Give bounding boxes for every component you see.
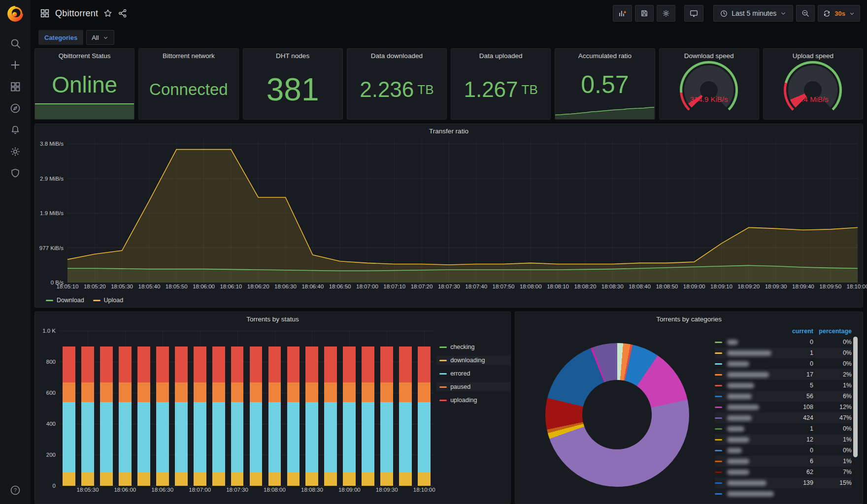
- legend-item-uploading[interactable]: uploading: [436, 396, 510, 405]
- category-label-redacted: [727, 480, 767, 486]
- star-favorite-icon[interactable]: [103, 8, 113, 18]
- bar-segment-paused: [287, 382, 300, 402]
- category-percentage-value: 7%: [813, 469, 852, 475]
- bar-segment-paused: [343, 382, 356, 402]
- bar-segment-uploading: [362, 346, 374, 382]
- legend-color-dash: [715, 385, 722, 386]
- time-range-picker[interactable]: Last 5 minutes: [713, 5, 793, 22]
- category-row[interactable]: 10%: [715, 423, 852, 434]
- panel-title[interactable]: Data uploaded: [451, 49, 550, 60]
- legend-item-paused[interactable]: paused: [436, 382, 510, 391]
- panel-title[interactable]: Qbittorrent Status: [35, 49, 134, 60]
- category-row[interactable]: 61%: [715, 456, 852, 467]
- category-label-redacted: [727, 372, 769, 378]
- panel-title[interactable]: Download speed: [660, 49, 759, 60]
- category-row[interactable]: 51%: [715, 380, 852, 391]
- categories-variable-label[interactable]: Categories: [38, 30, 83, 45]
- panel-title[interactable]: Upload speed: [764, 49, 863, 60]
- categories-variable-value[interactable]: All: [86, 30, 114, 45]
- status-legend: checkingdownloadingerroredpauseduploadin…: [436, 323, 510, 504]
- category-current-value: 1: [779, 349, 813, 356]
- time-range-label: Last 5 minutes: [732, 9, 776, 17]
- category-label-redacted: [727, 350, 771, 356]
- bar-segment-downloading: [343, 472, 356, 486]
- column-current[interactable]: current: [779, 328, 813, 335]
- grafana-logo-icon[interactable]: [5, 4, 25, 24]
- transfer-ratio-chart: 3.8 MiB/s2.9 MiB/s1.9 MiB/s977 KiB/s0 B/…: [67, 139, 858, 283]
- legend-item-downloading[interactable]: downloading: [436, 356, 510, 365]
- bar-segment-paused: [63, 382, 75, 402]
- bar-segment-downloading: [175, 472, 188, 486]
- category-row[interactable]: 172%: [715, 369, 852, 380]
- server-admin-shield-icon[interactable]: [9, 167, 21, 179]
- panel-title[interactable]: Transfer ratio: [35, 124, 863, 135]
- zoom-out-time-button[interactable]: [796, 5, 815, 22]
- configuration-gear-icon[interactable]: [9, 146, 21, 158]
- category-percentage-value: 1%: [813, 458, 852, 465]
- panel-title[interactable]: Torrents by categories: [515, 312, 863, 323]
- refresh-interval-label[interactable]: 30s: [834, 10, 845, 17]
- x-tick-label: 18:09:40: [792, 284, 814, 289]
- bar-segment-errored: [100, 402, 113, 472]
- add-panel-button[interactable]: [613, 5, 632, 22]
- share-icon[interactable]: [118, 8, 128, 18]
- bar-segment-paused: [156, 382, 169, 402]
- category-row[interactable]: 13915%: [715, 477, 852, 488]
- category-row[interactable]: 627%: [715, 467, 852, 477]
- legend-item-errored[interactable]: errored: [436, 369, 510, 378]
- bar-segment-downloading: [100, 472, 113, 486]
- legend-item-download[interactable]: Download: [46, 297, 84, 304]
- bar-segment-paused: [81, 382, 94, 402]
- bar-slot: [134, 331, 153, 486]
- bar-segment-uploading: [268, 346, 281, 382]
- category-label-redacted: [727, 361, 749, 367]
- search-icon[interactable]: [9, 37, 21, 49]
- category-row[interactable]: 121%: [715, 434, 852, 445]
- explore-compass-icon[interactable]: [9, 102, 21, 114]
- legend-color-dash: [439, 373, 447, 375]
- legend-item-upload[interactable]: Upload: [93, 297, 124, 304]
- help-icon[interactable]: ?: [9, 484, 21, 496]
- dashboard-settings-button[interactable]: [657, 5, 675, 22]
- legend-label: Download: [57, 297, 84, 304]
- legend-color-dash: [715, 342, 722, 343]
- stacked-bar: [305, 331, 318, 486]
- save-dashboard-button[interactable]: [635, 5, 654, 22]
- legend-color-dash: [715, 461, 722, 462]
- x-tick-label: 18:05:50: [166, 284, 188, 289]
- category-row[interactable]: 42447%: [715, 412, 852, 423]
- refresh-button[interactable]: 30s: [818, 5, 860, 22]
- panel-title[interactable]: DHT nodes: [243, 49, 342, 60]
- categories-table: current percentage 00%10%00%172%51%566%1…: [715, 326, 859, 504]
- dashboard-grid-icon[interactable]: [39, 8, 50, 19]
- legend-label: paused: [450, 383, 470, 390]
- category-row[interactable]: 00%: [715, 358, 852, 369]
- bar-segment-downloading: [119, 472, 132, 486]
- stacked-bar: [287, 331, 300, 486]
- dashboards-icon[interactable]: [9, 81, 21, 93]
- category-row[interactable]: 10%: [715, 347, 852, 358]
- panel-title[interactable]: Data downloaded: [347, 49, 446, 60]
- panel-title[interactable]: Torrents by status: [35, 312, 510, 323]
- category-row[interactable]: [715, 488, 852, 499]
- category-row[interactable]: 566%: [715, 391, 852, 402]
- scrollbar-thumb[interactable]: [853, 337, 858, 457]
- category-row[interactable]: 10812%: [715, 402, 852, 412]
- category-row[interactable]: 00%: [715, 445, 852, 456]
- category-row[interactable]: 00%: [715, 337, 852, 347]
- bar-slot: [302, 331, 321, 486]
- bar-segment-errored: [362, 402, 374, 472]
- legend-label: Upload: [104, 297, 124, 304]
- panel-title[interactable]: Accumulated ratio: [555, 49, 654, 60]
- create-add-icon[interactable]: [9, 59, 21, 71]
- column-percentage[interactable]: percentage: [813, 328, 852, 335]
- cycle-view-mode-button[interactable]: [684, 5, 703, 22]
- bar-segment-uploading: [175, 346, 188, 382]
- x-tick-label: 18:07:30: [226, 487, 248, 493]
- legend-item-checking[interactable]: checking: [436, 343, 510, 351]
- stacked-bar: [418, 331, 431, 486]
- alerting-bell-icon[interactable]: [9, 124, 21, 136]
- bar-segment-uploading: [231, 346, 244, 382]
- panel-title[interactable]: Bittorrent network: [139, 49, 238, 60]
- x-tick-label: 18:08:00: [520, 284, 542, 289]
